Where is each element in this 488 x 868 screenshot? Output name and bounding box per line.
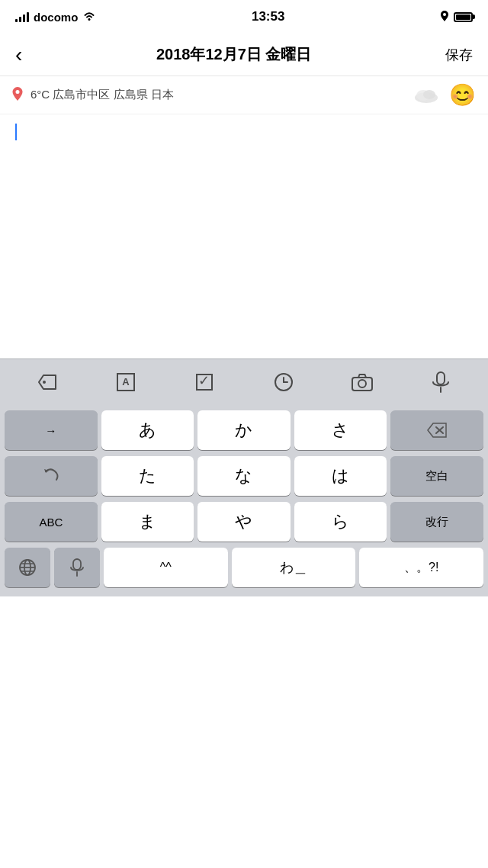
key-a[interactable]: あ	[101, 410, 194, 450]
wifi-icon	[82, 11, 96, 24]
key-ra[interactable]: ら	[294, 502, 387, 542]
key-abc[interactable]: ABC	[5, 502, 98, 542]
key-delete[interactable]	[390, 410, 483, 450]
nav-title: 2018年12月7日 金曜日	[156, 44, 311, 65]
text-format-icon: A	[117, 373, 135, 391]
key-space[interactable]: 空白	[390, 456, 483, 496]
svg-point-11	[358, 380, 366, 387]
location-pin-icon	[12, 87, 23, 104]
save-button[interactable]: 保存	[445, 46, 473, 64]
mood-emoji[interactable]: 😊	[449, 82, 476, 108]
keyboard-row-4: ^^ わ＿ 、。?!	[2, 548, 486, 587]
key-ya[interactable]: や	[197, 502, 291, 542]
signal-icon	[15, 11, 29, 22]
battery-icon	[454, 12, 473, 22]
key-punctuation[interactable]: 、。?!	[359, 548, 483, 587]
info-bar: 6°C 広島市中区 広島県 日本 😊	[0, 76, 488, 114]
location-text: 6°C 広島市中区 広島県 日本	[30, 88, 403, 102]
keyboard-row-3: ABC ま や ら 改行	[2, 502, 486, 542]
key-mic[interactable]	[54, 548, 100, 587]
key-undo[interactable]	[5, 456, 98, 496]
svg-point-2	[16, 90, 20, 94]
weather-icon	[411, 84, 441, 106]
svg-rect-21	[73, 559, 81, 570]
svg-point-0	[88, 18, 91, 21]
key-wa[interactable]: わ＿	[232, 548, 356, 587]
key-enter[interactable]: 改行	[390, 502, 483, 542]
text-format-toolbar-button[interactable]: A	[108, 367, 144, 397]
carrier-label: docomo	[34, 11, 78, 24]
checkbox-icon	[196, 374, 213, 391]
editor-area[interactable]	[0, 114, 488, 358]
svg-point-5	[423, 90, 435, 99]
key-arrow[interactable]: →	[5, 410, 98, 450]
key-ta[interactable]: た	[101, 456, 194, 496]
keyboard-toolbar: A	[0, 358, 488, 404]
svg-point-1	[443, 13, 446, 16]
status-left: docomo	[15, 11, 96, 24]
key-caret[interactable]: ^^	[104, 548, 228, 587]
status-bar: docomo 13:53	[0, 0, 488, 34]
mic-toolbar-button[interactable]	[422, 367, 459, 397]
nav-bar: ‹ 2018年12月7日 金曜日 保存	[0, 34, 488, 76]
key-ka[interactable]: か	[197, 410, 291, 450]
key-ha[interactable]: は	[294, 456, 387, 496]
status-right	[440, 11, 473, 24]
clock-toolbar-button[interactable]	[265, 367, 302, 397]
tag-toolbar-button[interactable]	[29, 367, 66, 397]
key-sa[interactable]: さ	[294, 410, 387, 450]
camera-toolbar-button[interactable]	[344, 367, 380, 397]
key-na[interactable]: な	[197, 456, 291, 496]
key-ma[interactable]: ま	[101, 502, 194, 542]
keyboard-row-1: → あ か さ	[2, 410, 486, 450]
keyboard[interactable]: → あ か さ た な は 空白 ABC ま や ら 改行	[0, 404, 488, 596]
text-cursor	[15, 124, 17, 140]
keyboard-row-2: た な は 空白	[2, 456, 486, 496]
status-time: 13:53	[252, 9, 284, 24]
checkbox-toolbar-button[interactable]	[186, 367, 223, 397]
back-button[interactable]: ‹	[15, 44, 22, 66]
svg-point-6	[43, 381, 46, 384]
key-globe[interactable]	[5, 548, 50, 587]
location-service-icon	[440, 11, 449, 24]
svg-rect-12	[437, 372, 445, 384]
